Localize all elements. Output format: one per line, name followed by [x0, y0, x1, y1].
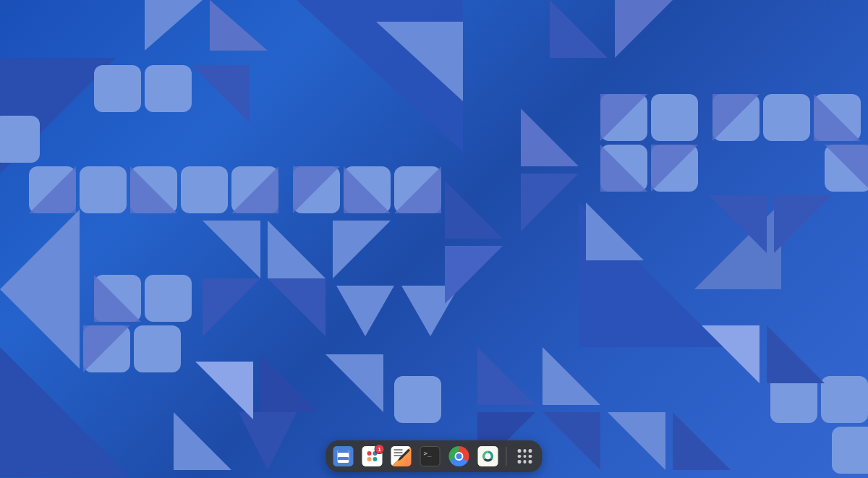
taskbar-trash[interactable]	[476, 444, 501, 469]
app-grid-icon	[515, 446, 535, 466]
svg-rect-20	[145, 275, 192, 322]
svg-point-27	[367, 451, 372, 456]
wallpaper-svg	[0, 0, 868, 478]
taskbar-files[interactable]	[331, 444, 356, 469]
svg-rect-22	[134, 325, 181, 372]
taskbar-text-editor[interactable]	[389, 444, 414, 469]
taskbar-app-grid[interactable]	[513, 444, 537, 469]
notification-badge: 1	[375, 444, 385, 454]
file-manager-icon	[333, 446, 354, 466]
desktop[interactable]: 1	[0, 0, 868, 478]
chrome-icon	[449, 446, 469, 466]
svg-rect-9	[651, 94, 698, 141]
text-editor-icon	[391, 446, 412, 466]
svg-rect-26	[832, 427, 868, 474]
taskbar-terminal[interactable]	[418, 444, 443, 469]
software-center-icon: 1	[362, 446, 383, 466]
taskbar-chrome[interactable]	[447, 444, 472, 469]
taskbar-separator	[506, 447, 507, 466]
svg-rect-1	[80, 166, 127, 213]
svg-point-30	[373, 457, 378, 461]
svg-rect-17	[145, 65, 192, 112]
terminal-icon	[420, 446, 441, 466]
svg-rect-3	[181, 166, 228, 213]
svg-rect-11	[763, 94, 810, 141]
trash-icon	[478, 446, 498, 466]
taskbar: 1	[326, 440, 542, 472]
wallpaper-background	[0, 0, 868, 478]
taskbar-software-center[interactable]: 1	[360, 444, 385, 469]
svg-point-29	[367, 457, 372, 461]
svg-rect-18	[0, 116, 40, 163]
svg-rect-23	[394, 376, 441, 423]
svg-rect-25	[821, 376, 868, 423]
svg-rect-16	[94, 65, 141, 112]
